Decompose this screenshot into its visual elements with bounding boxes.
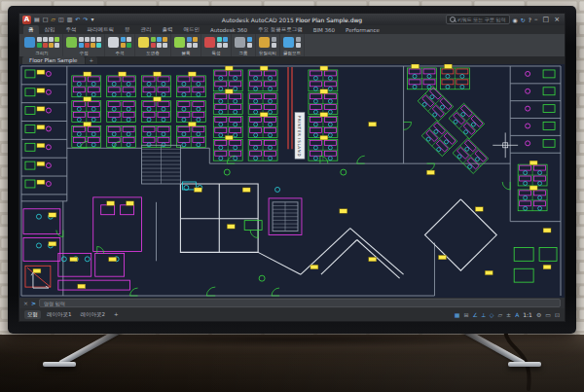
ribbon-icon[interactable]	[157, 43, 162, 48]
ribbon-icon[interactable]	[151, 43, 156, 48]
osnap-icon[interactable]: ◇	[490, 310, 494, 320]
ribbon-icon[interactable]	[121, 43, 126, 48]
ribbon-tab-5[interactable]: 관리	[136, 25, 157, 34]
file-tab-0[interactable]: Floor Plan Sample	[22, 56, 85, 64]
ribbon-icon[interactable]	[151, 37, 156, 42]
ribbon-icon[interactable]	[296, 37, 301, 42]
layout-tab-3[interactable]: +	[111, 310, 122, 319]
a360-sync-icon[interactable]: ↻	[521, 17, 526, 23]
ribbon-icon[interactable]	[223, 37, 228, 42]
ribbon-icon[interactable]	[187, 43, 192, 48]
annotation-scale[interactable]: 1:1	[523, 310, 532, 320]
ribbon-icon[interactable]	[49, 43, 54, 48]
ribbon-icon[interactable]	[163, 43, 167, 48]
ribbon-icon[interactable]	[49, 37, 54, 42]
grid-icon[interactable]: ▦	[455, 310, 460, 320]
ribbon-big-icon[interactable]	[283, 37, 294, 48]
ribbon-tab-3[interactable]: 파라메트릭	[83, 25, 120, 34]
ribbon-icon[interactable]	[217, 37, 222, 42]
new-file-icon[interactable]: □	[43, 15, 49, 24]
search-box[interactable]: 키워드 또는 구문 입력	[446, 15, 510, 24]
signin-icon[interactable]: ◉	[513, 17, 518, 23]
ribbon-icon[interactable]	[193, 37, 198, 42]
layout-tab-2[interactable]: 레이아웃2	[78, 310, 109, 319]
fullscreen-icon[interactable]: ⊡	[555, 310, 560, 320]
layout-tab-1[interactable]: 레이아웃1	[44, 310, 75, 319]
print-icon[interactable]: ▥	[67, 15, 73, 24]
command-line[interactable]: × > 명령 입력	[19, 298, 565, 308]
ribbon-icon[interactable]	[79, 43, 84, 48]
maximize-button[interactable]: □	[543, 15, 550, 24]
dynamic-input-icon[interactable]: ▱	[497, 310, 502, 320]
ribbon-big-icon[interactable]	[174, 37, 185, 48]
ribbon-icon[interactable]	[272, 37, 276, 42]
ribbon-big-icon[interactable]	[24, 37, 35, 48]
isolate-objects-icon[interactable]: ▭	[545, 310, 551, 320]
close-button[interactable]: ×	[554, 15, 560, 24]
ribbon-icon[interactable]	[247, 43, 252, 48]
ribbon-icon[interactable]	[85, 43, 90, 48]
annotation-icon[interactable]: A	[515, 310, 519, 320]
ribbon-big-icon[interactable]	[235, 37, 245, 48]
ribbon-icon[interactable]	[157, 37, 162, 42]
lineweight-icon[interactable]: ±	[506, 310, 511, 320]
ribbon-icon[interactable]	[272, 43, 276, 48]
layout-tab-0[interactable]: 모형	[24, 310, 41, 319]
ribbon-icon[interactable]	[79, 37, 84, 42]
menu-icon[interactable]: ▤	[34, 15, 40, 24]
open-file-icon[interactable]: ▱	[51, 15, 55, 24]
ribbon-icon[interactable]	[96, 37, 101, 42]
floorplan-canvas[interactable]: PRINTER ISLAND	[19, 64, 565, 298]
ribbon-icon[interactable]	[121, 37, 126, 42]
minimize-button[interactable]: –	[534, 15, 538, 24]
polar-tracking-icon[interactable]: ∠	[472, 310, 477, 320]
ribbon-icon[interactable]	[127, 43, 131, 48]
file-tab-1[interactable]: +	[86, 56, 98, 64]
ribbon-icon[interactable]	[91, 37, 95, 42]
ribbon-tab-8[interactable]: Autodesk 360	[205, 26, 252, 34]
ribbon-tab-4[interactable]: 뷰	[120, 25, 135, 34]
ribbon-big-icon[interactable]	[66, 37, 77, 48]
ribbon-icon[interactable]	[55, 37, 59, 42]
ribbon-tab-0[interactable]: 홈	[23, 25, 39, 34]
ortho-icon[interactable]: ⟂	[482, 310, 486, 320]
ribbon-big-icon[interactable]	[138, 37, 149, 48]
ribbon-icon[interactable]	[296, 43, 301, 48]
ribbon-icon[interactable]	[85, 37, 90, 42]
undo-icon[interactable]: ↶	[75, 15, 80, 24]
autocad-logo-icon[interactable]: A	[22, 16, 31, 24]
ribbon-big-icon[interactable]	[204, 37, 215, 48]
ribbon-icon[interactable]	[187, 37, 192, 42]
redo-icon[interactable]: ↷	[83, 15, 88, 24]
ribbon-icon[interactable]	[43, 43, 48, 48]
drawing-area[interactable]: PRINTER ISLAND	[19, 64, 565, 298]
ribbon-icon[interactable]	[37, 37, 42, 42]
ribbon-icon[interactable]	[55, 43, 59, 48]
ribbon-tab-11[interactable]: Performance	[341, 26, 384, 34]
command-input[interactable]: 명령 입력	[39, 299, 561, 307]
ribbon-icon[interactable]	[37, 43, 42, 48]
save-icon[interactable]: ◫	[58, 15, 64, 24]
ribbon-icon[interactable]	[223, 43, 228, 48]
ribbon-tab-9[interactable]: 주요 응용프로그램	[253, 25, 308, 34]
ribbon-icon[interactable]	[91, 43, 95, 48]
ribbon-icon[interactable]	[163, 37, 167, 42]
help-icon[interactable]: ?	[529, 17, 531, 23]
ribbon-tab-10[interactable]: BIM 360	[309, 26, 340, 34]
snap-icon[interactable]: ⊞	[463, 310, 468, 320]
ribbon-icon[interactable]	[127, 37, 131, 42]
ribbon-tab-7[interactable]: 애드인	[179, 25, 205, 34]
ribbon-tab-1[interactable]: 삽입	[40, 25, 60, 34]
ribbon-tab-2[interactable]: 주석	[61, 25, 82, 34]
ribbon-icon[interactable]	[217, 43, 222, 48]
ribbon-icon[interactable]	[247, 37, 252, 42]
ribbon-icon[interactable]	[193, 43, 198, 48]
settings-gear-icon[interactable]: ⚙	[536, 310, 541, 320]
workspace-dropdown-icon[interactable]: ▾	[91, 15, 93, 24]
ribbon-tab-6[interactable]: 출력	[158, 25, 178, 34]
ribbon-big-icon[interactable]	[108, 37, 119, 48]
ribbon-icon[interactable]	[43, 37, 48, 42]
ribbon-icon[interactable]	[96, 43, 101, 48]
ribbon-big-icon[interactable]	[259, 37, 270, 48]
close-icon[interactable]: ×	[23, 300, 28, 306]
